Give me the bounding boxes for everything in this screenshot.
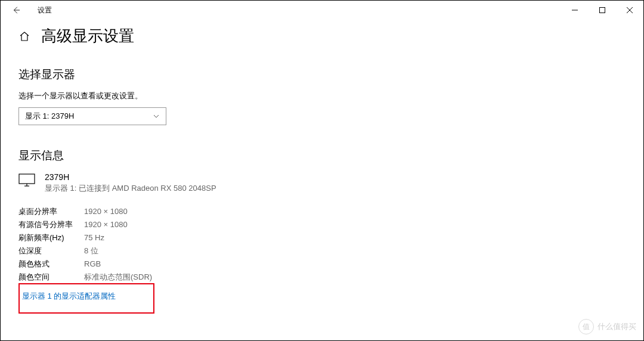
spec-table: 桌面分辨率1920 × 1080有源信号分辨率1920 × 1080刷新频率(H… <box>18 205 626 284</box>
display-name: 2379H <box>45 172 216 182</box>
page-title: 高级显示设置 <box>41 26 134 46</box>
display-info-text: 2379H 显示器 1: 已连接到 AMD Radeon RX 580 2048… <box>45 172 216 194</box>
spec-label: 颜色空间 <box>18 271 84 284</box>
display-info-heading: 显示信息 <box>18 148 626 163</box>
spec-row: 刷新频率(Hz)75 Hz <box>18 231 626 244</box>
spec-label: 桌面分辨率 <box>18 205 84 218</box>
chevron-down-icon <box>153 113 160 120</box>
spec-label: 位深度 <box>18 244 84 258</box>
spec-row: 颜色格式RGB <box>18 258 626 271</box>
watermark-logo-icon: 值 <box>578 319 594 334</box>
adapter-properties-link[interactable]: 显示器 1 的显示适配器属性 <box>22 292 116 300</box>
back-button[interactable] <box>11 5 21 15</box>
minimize-button[interactable] <box>561 1 589 20</box>
select-display-description: 选择一个显示器以查看或更改设置。 <box>18 91 626 101</box>
page-header: 高级显示设置 <box>18 26 626 46</box>
spec-value: 1920 × 1080 <box>84 205 128 218</box>
watermark: 值 什么值得买 <box>578 319 636 334</box>
spec-row: 颜色空间标准动态范围(SDR) <box>18 271 626 284</box>
title-left: 设置 <box>11 5 52 16</box>
svg-rect-2 <box>600 8 605 13</box>
title-bar: 设置 <box>1 1 643 20</box>
adapter-link-highlight: 显示器 1 的显示适配器属性 <box>18 283 154 314</box>
spec-row: 位深度8 位 <box>18 244 626 258</box>
content-area: 高级显示设置 选择显示器 选择一个显示器以查看或更改设置。 显示 1: 2379… <box>1 20 643 314</box>
svg-rect-5 <box>19 174 35 184</box>
window-controls <box>561 1 643 20</box>
home-icon[interactable] <box>18 30 30 42</box>
maximize-button[interactable] <box>589 1 616 20</box>
dropdown-value: 显示 1: 2379H <box>25 111 74 122</box>
spec-label: 颜色格式 <box>18 258 84 271</box>
spec-value: 8 位 <box>84 244 98 258</box>
spec-label: 刷新频率(Hz) <box>18 231 84 244</box>
display-connection: 显示器 1: 已连接到 AMD Radeon RX 580 2048SP <box>45 182 216 194</box>
spec-row: 桌面分辨率1920 × 1080 <box>18 205 626 218</box>
spec-row: 有源信号分辨率1920 × 1080 <box>18 218 626 231</box>
spec-label: 有源信号分辨率 <box>18 218 84 231</box>
watermark-text: 什么值得买 <box>597 321 636 332</box>
select-display-heading: 选择显示器 <box>18 67 626 82</box>
close-button[interactable] <box>616 1 643 20</box>
monitor-icon <box>18 173 35 190</box>
spec-value: 75 Hz <box>84 231 104 244</box>
display-info-block: 2379H 显示器 1: 已连接到 AMD Radeon RX 580 2048… <box>18 172 626 194</box>
spec-value: 标准动态范围(SDR) <box>84 271 152 284</box>
spec-value: 1920 × 1080 <box>84 218 128 231</box>
spec-value: RGB <box>84 258 101 271</box>
display-dropdown[interactable]: 显示 1: 2379H <box>18 107 166 125</box>
window-title: 设置 <box>38 5 52 16</box>
